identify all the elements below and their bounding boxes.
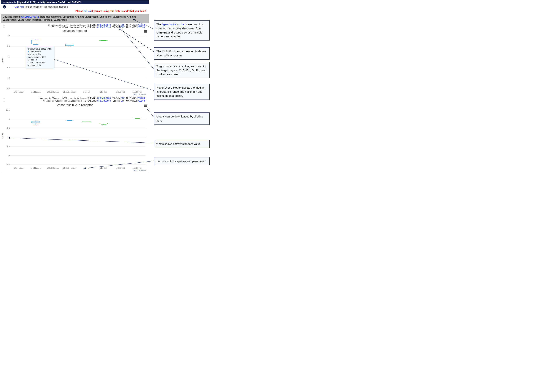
help-link-suffix: for a description of the charts and data… bbox=[24, 6, 68, 8]
tooltip-title: pKi Human (5 data points) bbox=[28, 48, 52, 50]
xlabel: pKd Human bbox=[10, 167, 27, 169]
boxplot-box[interactable] bbox=[31, 121, 40, 123]
xlabel: pKd Rat bbox=[78, 167, 95, 169]
chart2-target-lines: V1A receptor/Vasopressin V1a receptor in… bbox=[1, 96, 149, 103]
gtopdb-link[interactable]: 369 bbox=[121, 24, 124, 26]
xlabel: pKi Rat bbox=[95, 91, 112, 93]
help-link[interactable]: Click here bbox=[15, 6, 24, 8]
callout-overview: The ligand activity charts are box plots… bbox=[154, 20, 210, 41]
chart1-title: Oxytocin receptor bbox=[2, 28, 147, 33]
ligand-activity-link[interactable]: ligand activity charts bbox=[162, 23, 187, 26]
tt-max-l: Maximum: bbox=[28, 53, 38, 55]
grayband-prefix: ChEMBL ligand: bbox=[3, 15, 21, 18]
tt-lq-v: 8.07 bbox=[42, 61, 45, 64]
tt-uq-v: 9.04 bbox=[42, 56, 45, 58]
xlabel: pIC50 Rat bbox=[112, 167, 129, 169]
tt-med-v: 0 bbox=[36, 59, 37, 61]
xlabel: pEC50 Human bbox=[61, 91, 78, 93]
gtopdb-link[interactable]: 366 bbox=[121, 97, 124, 99]
page-title: vasopressin [Ligand Id: 2168] activity d… bbox=[1, 0, 149, 4]
callout-hover: Hover over a plot to display the median,… bbox=[154, 84, 210, 100]
xlabel: pKi Human bbox=[27, 91, 44, 93]
feedback-suffix: if you are using this feature and what y… bbox=[91, 10, 146, 12]
ytick: 7.5 bbox=[5, 45, 10, 47]
gtopdb-link[interactable]: 369 bbox=[121, 26, 124, 28]
v1a-chart: Vasopressin V1a receptor Values -2.502.5… bbox=[1, 102, 149, 172]
xlabel: pIC50 Human bbox=[44, 167, 61, 169]
ytick: 10 bbox=[5, 118, 10, 120]
xlabel: pEC50 Rat bbox=[129, 91, 146, 93]
tt-med-l: Median: bbox=[28, 59, 36, 61]
feedback-line: Please tell us if you are using this fea… bbox=[1, 8, 149, 14]
ytick: -2.5 bbox=[5, 163, 10, 166]
chembl-ligand-band: ChEMBL ligand: CHEMBL373742 (Beta-Hypoph… bbox=[1, 14, 149, 23]
ytick: 7.5 bbox=[5, 127, 10, 129]
chart1-ylabel: Values bbox=[1, 57, 4, 64]
chembl-accession-link[interactable]: CHEMBL373742 bbox=[21, 15, 39, 18]
top-row: ? Click here for a description of the ch… bbox=[1, 4, 149, 8]
tt-min-l: Minimum: bbox=[28, 64, 37, 66]
help-icon[interactable]: ? bbox=[3, 5, 6, 8]
tt-uq-l: Upper quartile: bbox=[28, 56, 42, 58]
ytick: 0 bbox=[5, 77, 10, 79]
hover-tooltip: pKi Human (5 data points) Data points Ma… bbox=[26, 46, 54, 68]
gtopdb-link[interactable]: 366 bbox=[121, 100, 124, 102]
chart2-plot-area: Values -2.502.557.51012.5 pKd HumanpKi H… bbox=[2, 107, 147, 170]
ytick: 12.5 bbox=[5, 109, 10, 111]
ytick: 2.5 bbox=[5, 145, 10, 147]
chart2-ylabel: Values bbox=[1, 133, 4, 139]
chart2-xlabels: pKd HumanpKi HumanpIC50 HumanpEC50 Human… bbox=[10, 167, 146, 169]
chart1-xlabels: pKd HumanpKi HumanpIC50 HumanpEC50 Human… bbox=[10, 91, 146, 93]
feedback-prefix: Please bbox=[75, 10, 84, 12]
tt-min-v: 7.92 bbox=[37, 64, 41, 66]
callout-yaxis: y-axis shows activity standard value. bbox=[154, 140, 210, 148]
callout-download: Charts can be downloaded by clicking her… bbox=[154, 113, 210, 125]
xlabel: pEC50 Rat bbox=[129, 167, 146, 169]
target-line: V1A receptor/Vasopressin V1a receptor in… bbox=[6, 100, 147, 102]
ytick: 5 bbox=[5, 136, 10, 138]
callout-xaxis: x-axis is split by species and parameter bbox=[154, 157, 210, 165]
tt-lq-l: Lower quartile: bbox=[28, 61, 42, 64]
chart1-plot-area: Values -2.502.557.510 pKi Human (5 data … bbox=[2, 33, 147, 94]
callout-accession: The ChEMBL ligand accession is shown alo… bbox=[154, 47, 210, 60]
xlabel: pKd Rat bbox=[78, 91, 95, 93]
boxplot-box[interactable] bbox=[65, 44, 74, 46]
ytick: -2.5 bbox=[5, 87, 10, 90]
target-line: OT receptor/Oxytocin receptor in Rat [Ch… bbox=[6, 26, 147, 28]
xlabel: pIC50 Rat bbox=[112, 91, 129, 93]
c1a: The bbox=[156, 23, 162, 26]
help-link-row: Click here for a description of the char… bbox=[15, 6, 68, 8]
oxytocin-chart: Oxytocin receptor Values -2.502.557.510 … bbox=[1, 28, 149, 96]
ytick: 0 bbox=[5, 154, 10, 157]
xlabel: pKd Human bbox=[10, 91, 27, 93]
uniprot-link[interactable]: P70536 bbox=[137, 26, 145, 28]
ytick: 2.5 bbox=[5, 66, 10, 68]
uniprot-link[interactable]: P37288 bbox=[137, 97, 145, 99]
chart-menu-icon[interactable] bbox=[144, 104, 147, 108]
tell-us-link[interactable]: tell us bbox=[84, 10, 91, 12]
chart2-credit[interactable]: Highcharts.com bbox=[133, 169, 146, 171]
chart1-target-lines: OT receptor/Oxytocin receptor in Human [… bbox=[1, 23, 149, 28]
tooltip-series: Data points bbox=[30, 50, 41, 53]
xlabel: pEC50 Human bbox=[61, 167, 78, 169]
callout-target: Target name, species along with links to… bbox=[154, 62, 210, 78]
chart-menu-icon[interactable] bbox=[144, 29, 147, 34]
target-line: V1A receptor/Vasopressin V1a receptor in… bbox=[6, 97, 147, 100]
chembl-link[interactable]: CHEMBL2049 bbox=[97, 24, 111, 26]
xlabel: pKi Rat bbox=[95, 167, 112, 169]
chembl-link[interactable]: CHEMBL1889 bbox=[97, 97, 111, 99]
chart1-credit[interactable]: Highcharts.com bbox=[133, 93, 146, 95]
ytick: 5 bbox=[5, 56, 10, 58]
chart2-plot[interactable]: -2.502.557.51012.5 bbox=[10, 110, 146, 165]
target-line: OT receptor/Oxytocin receptor in Human [… bbox=[6, 24, 147, 26]
chart2-title: Vasopressin V1a receptor bbox=[2, 102, 147, 107]
xlabel: pKi Human bbox=[27, 167, 44, 169]
uniprot-link[interactable]: P30559 bbox=[137, 24, 145, 26]
chembl-link[interactable]: CHEMBL2868 bbox=[97, 100, 111, 102]
boxplot-box[interactable] bbox=[31, 40, 40, 44]
dot-icon bbox=[28, 51, 29, 52]
uniprot-link[interactable]: P30560 bbox=[137, 100, 145, 102]
xlabel: pIC50 Human bbox=[44, 91, 61, 93]
chembl-link[interactable]: CHEMBL3996 bbox=[97, 26, 111, 28]
tt-max-v: 9.3 bbox=[38, 53, 41, 55]
